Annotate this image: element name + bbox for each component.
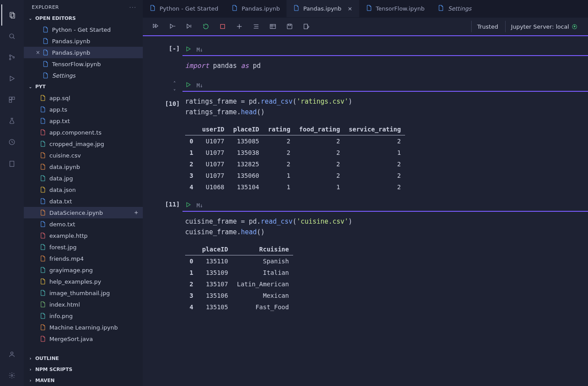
file-tree-item[interactable]: friends.mp4 (24, 253, 143, 264)
file-tree-item[interactable]: MergeSort.java (24, 333, 143, 345)
cell-type-toggle[interactable]: M↓ (197, 202, 203, 209)
file-label: image_thumbnail.jpg (49, 290, 110, 296)
timeline-icon[interactable] (1, 131, 22, 153)
jupyter-server-status[interactable]: Jupyter Server: local ⦿ (505, 21, 583, 32)
restart-kernel-icon[interactable] (198, 20, 213, 33)
notebook-cell[interactable]: ˄ ˅ [10] M↓ ratings_frame = pd.read_csv(… (147, 81, 588, 193)
file-tree-item[interactable]: index.html (24, 299, 143, 310)
source-control-icon[interactable] (1, 47, 22, 68)
open-editors-header[interactable]: ⌄ OPEN EDITORS (24, 13, 143, 24)
open-editor-item[interactable]: ×TensorFlow.ipynb (24, 58, 143, 70)
open-editor-item[interactable]: ×Settings (24, 70, 143, 81)
file-tree-item[interactable]: DataScience.ipynb＋ (24, 207, 143, 218)
file-tree-item[interactable]: forest.jpg (24, 241, 143, 253)
file-tree-item[interactable]: cuisine.csv (24, 150, 143, 161)
file-label: app.txt (49, 118, 70, 124)
accounts-icon[interactable] (1, 344, 22, 365)
file-icon (365, 4, 372, 13)
explorer-more-icon[interactable]: ··· (130, 4, 137, 10)
file-tree-item[interactable]: info.png (24, 310, 143, 322)
cell-type-toggle[interactable]: M↓ (197, 82, 203, 89)
svg-rect-0 (10, 12, 14, 17)
trusted-status[interactable]: Trusted (471, 21, 503, 32)
file-tree-item[interactable]: app.txt (24, 115, 143, 127)
file-icon (39, 335, 47, 342)
svg-marker-34 (187, 82, 190, 86)
search-icon[interactable] (1, 26, 22, 47)
add-cell-icon[interactable] (232, 20, 247, 33)
file-tree-item[interactable]: Machine Learning.ipynb (24, 322, 143, 333)
svg-point-2 (10, 34, 14, 38)
file-tree-item[interactable]: help_examples.py (24, 276, 143, 287)
file-tree-item[interactable]: cropped_image.jpg (24, 138, 143, 150)
tab-label: Python - Get Started (160, 5, 218, 12)
sidebar-section-header[interactable]: ›NPM SCRIPTS (24, 364, 143, 375)
variables-icon[interactable] (265, 20, 280, 33)
file-tree-item[interactable]: data.jpg (24, 172, 143, 184)
file-label: app.sql (49, 95, 70, 101)
editor-tab[interactable]: Python - Get Started (143, 0, 225, 17)
notebook-cell[interactable]: [-] M↓ import pandas as pd (147, 45, 588, 73)
testing-icon[interactable] (1, 110, 22, 131)
open-editor-label: Pandas.ipynb (52, 38, 90, 45)
cell-type-toggle[interactable]: M↓ (197, 47, 203, 53)
new-file-icon[interactable]: ＋ (133, 209, 139, 217)
open-editor-item[interactable]: ×Pandas.ipynb (24, 47, 143, 58)
file-tree-item[interactable]: demo.txt (24, 218, 143, 230)
tab-label: Pandas.ipynb (303, 5, 342, 12)
open-editor-item[interactable]: ×Python - Get Started (24, 24, 143, 35)
svg-marker-7 (10, 76, 14, 81)
file-label: example.http (49, 232, 88, 239)
file-tree-item[interactable]: app.component.ts (24, 127, 143, 138)
editor-tab[interactable]: Pandas.ipynb (225, 0, 287, 17)
interrupt-kernel-icon[interactable] (215, 20, 230, 33)
file-tree-item[interactable]: data.json (24, 184, 143, 195)
explorer-icon[interactable] (1, 4, 22, 26)
run-cell-icon[interactable] (185, 46, 191, 53)
file-tree-item[interactable]: app.sql (24, 92, 143, 104)
file-tree-item[interactable]: image_thumbnail.jpg (24, 287, 143, 299)
chevron-up-icon[interactable]: ˄ (173, 81, 176, 87)
run-all-icon[interactable] (148, 20, 163, 33)
run-above-icon[interactable] (165, 20, 180, 33)
run-debug-icon[interactable] (1, 68, 22, 89)
code-editor[interactable]: import pandas as pd (182, 56, 588, 73)
sidebar-section-header[interactable]: ›MAVEN (24, 375, 143, 386)
close-icon[interactable]: × (34, 49, 41, 56)
chevron-down-icon[interactable]: ˅ (173, 89, 176, 95)
file-tree-item[interactable]: example.http (24, 230, 143, 241)
sidebar-section-header[interactable]: ›OUTLINE (24, 353, 143, 364)
editor-tab[interactable]: Settings (431, 0, 478, 17)
execution-count: [11] (165, 201, 180, 208)
editor-tab[interactable]: TensorFlow.ipynb (359, 0, 432, 17)
file-tree-item[interactable]: data.ipynb (24, 161, 143, 172)
clear-output-icon[interactable] (249, 20, 264, 33)
code-editor[interactable]: ratings_frame = pd.read_csv('ratings.csv… (182, 92, 588, 119)
file-tree-item[interactable]: grayimage.png (24, 264, 143, 276)
editor-tab[interactable]: Pandas.ipynb× (287, 0, 359, 17)
run-cell-icon[interactable] (185, 202, 191, 209)
run-cell-icon[interactable] (185, 82, 191, 89)
folder-header[interactable]: ⌄ PYT (24, 81, 143, 92)
close-icon[interactable]: × (348, 5, 353, 12)
file-tree-item[interactable]: data.txt (24, 195, 143, 207)
file-icon (39, 129, 47, 136)
file-tree-item[interactable]: app.ts (24, 104, 143, 115)
notebook-body[interactable]: [-] M↓ import pandas as pd ˄ ˅ [10] (143, 36, 588, 386)
svg-point-14 (11, 375, 13, 376)
settings-gear-icon[interactable] (1, 365, 22, 386)
extensions-icon[interactable] (1, 89, 22, 110)
chevron-down-icon: ⌄ (27, 84, 33, 89)
code-editor[interactable]: cuisine_frame = pd.read_csv('cuisine.csv… (182, 212, 588, 239)
file-icon (231, 4, 238, 13)
export-icon[interactable] (299, 20, 314, 33)
open-editor-label: TensorFlow.ipynb (52, 61, 101, 67)
run-below-icon[interactable] (182, 20, 197, 33)
save-icon[interactable] (282, 20, 297, 33)
file-label: friends.mp4 (49, 255, 84, 262)
open-editor-item[interactable]: ×Pandas.ipynb (24, 35, 143, 47)
file-icon (39, 301, 47, 308)
notebook-cell[interactable]: [11] M↓ cuisine_frame = pd.read_csv('cui… (147, 201, 588, 313)
chevron-down-icon: ⌄ (27, 16, 33, 21)
remote-icon[interactable] (1, 153, 22, 174)
